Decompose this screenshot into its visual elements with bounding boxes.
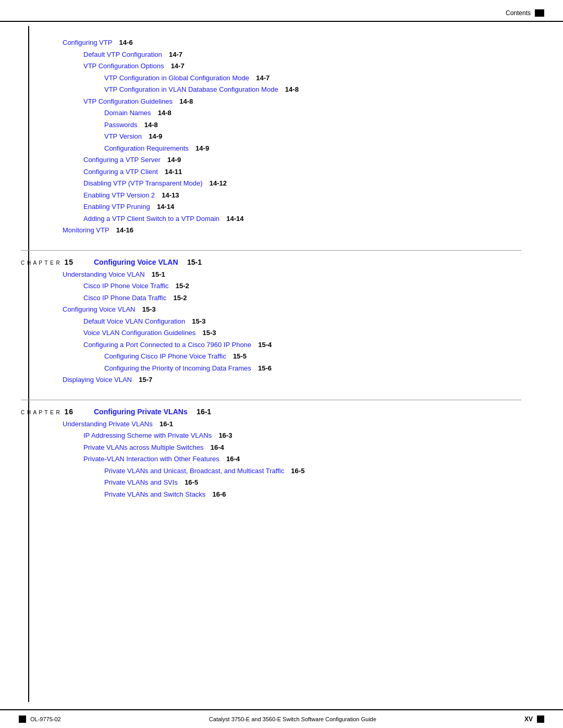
list-item: Displaying Voice VLAN 15-7	[63, 375, 521, 385]
footer-rule-block-right	[537, 715, 544, 723]
list-item: Disabling VTP (VTP Transparent Mode) 14-…	[83, 178, 521, 189]
toc-link[interactable]: Passwords	[104, 120, 138, 130]
toc-link[interactable]: Private VLANs and Unicast, Broadcast, an…	[104, 466, 284, 476]
footer-left: OL-9775-02	[19, 715, 61, 723]
footer-guide-title: Catalyst 3750-E and 3560-E Switch Softwa…	[209, 716, 376, 722]
toc-link[interactable]: Cisco IP Phone Data Traffic	[83, 293, 166, 303]
toc-link[interactable]: Default VTP Configuration	[83, 50, 162, 60]
chapter-15-label: C H A P T E R 15	[21, 257, 83, 266]
list-item: Configuring Voice VLAN 15-3	[63, 304, 521, 315]
list-item: Understanding Voice VLAN 15-1	[63, 269, 521, 280]
list-item: VTP Configuration Guidelines 14-8	[83, 96, 521, 107]
list-item: Cisco IP Phone Voice Traffic 15-2	[83, 281, 521, 291]
chapter-16-title-link[interactable]: Configuring Private VLANs	[94, 408, 188, 416]
header-rule-block	[535, 9, 544, 17]
toc-link[interactable]: Monitoring VTP	[63, 225, 109, 236]
toc-link[interactable]: Private VLANs across Multiple Switches	[83, 442, 203, 453]
header-title: Contents	[506, 9, 531, 17]
toc-link[interactable]: Enabling VTP Version 2	[83, 190, 155, 201]
toc-link[interactable]: Configuring Cisco IP Phone Voice Traffic	[104, 351, 226, 362]
section-14-entries: Configuring VTP 14-6 Default VTP Configu…	[42, 38, 521, 236]
toc-link[interactable]: Enabling VTP Pruning	[83, 202, 150, 212]
chapter-15-entries: Understanding Voice VLAN 15-1 Cisco IP P…	[42, 269, 521, 385]
chapter-16-page: 16-1	[192, 408, 211, 416]
toc-link[interactable]: Configuring the Priority of Incoming Dat…	[104, 363, 251, 374]
list-item: Cisco IP Phone Data Traffic 15-2	[83, 293, 521, 303]
toc-link[interactable]: Understanding Voice VLAN	[63, 269, 145, 280]
footer-doc-num: OL-9775-02	[30, 716, 61, 722]
toc-link[interactable]: Private-VLAN Interaction with Other Feat…	[83, 454, 219, 464]
chapter-16-section: C H A P T E R 16 Configuring Private VLA…	[21, 400, 521, 416]
list-item: Default VTP Configuration 14-7	[83, 50, 521, 60]
list-item: Domain Names 14-8	[104, 108, 521, 118]
list-item: Adding a VTP Client Switch to a VTP Doma…	[83, 214, 521, 224]
list-item: Default Voice VLAN Configuration 15-3	[83, 316, 521, 327]
list-item: Enabling VTP Pruning 14-14	[83, 202, 521, 212]
toc-link[interactable]: VTP Configuration in Global Configuratio…	[104, 73, 249, 83]
toc-content: Configuring VTP 14-6 Default VTP Configu…	[0, 22, 563, 542]
page-container: Contents Configuring VTP 14-6 Default VT…	[0, 0, 563, 728]
toc-link[interactable]: Disabling VTP (VTP Transparent Mode)	[83, 178, 203, 189]
toc-link[interactable]: Configuring a Port Connected to a Cisco …	[83, 340, 251, 350]
list-item: Private VLANs and Switch Stacks 16-6	[104, 489, 521, 500]
chapter-15-title-link[interactable]: Configuring Voice VLAN	[94, 258, 178, 266]
toc-link[interactable]: VTP Configuration Guidelines	[83, 96, 173, 107]
toc-link[interactable]: Private VLANs and Switch Stacks	[104, 489, 205, 500]
list-item: Private VLANs and SVIs 16-5	[104, 477, 521, 488]
list-item: Understanding Private VLANs 16-1	[63, 419, 521, 429]
list-item: IP Addressing Scheme with Private VLANs …	[83, 430, 521, 441]
list-item: Enabling VTP Version 2 14-13	[83, 190, 521, 201]
toc-link[interactable]: VTP Configuration in VLAN Database Confi…	[104, 84, 278, 95]
chapter-16-label: C H A P T E R 16	[21, 406, 83, 416]
list-item: VTP Version 14-9	[104, 131, 521, 142]
toc-link[interactable]: VTP Configuration Options	[83, 61, 164, 71]
list-item: Configuration Requirements 14-9	[104, 143, 521, 154]
list-item: Configuring a VTP Client 14-11	[83, 167, 521, 177]
list-item: Private-VLAN Interaction with Other Feat…	[83, 454, 521, 464]
list-item: Configuring Cisco IP Phone Voice Traffic…	[104, 351, 521, 362]
list-item: Monitoring VTP 14-16	[63, 225, 521, 236]
left-border-rule	[28, 26, 29, 702]
list-item: Private VLANs and Unicast, Broadcast, an…	[104, 466, 521, 476]
toc-link[interactable]: Displaying Voice VLAN	[63, 375, 132, 385]
toc-link[interactable]: Adding a VTP Client Switch to a VTP Doma…	[83, 214, 219, 224]
list-item: VTP Configuration in Global Configuratio…	[104, 73, 521, 83]
page-header: Contents	[0, 0, 563, 22]
footer-page-num: XV	[524, 715, 533, 723]
chapter-15-section: C H A P T E R 15 Configuring Voice VLAN …	[21, 250, 521, 266]
list-item: Configuring the Priority of Incoming Dat…	[104, 363, 521, 374]
toc-link[interactable]: Default Voice VLAN Configuration	[83, 316, 185, 327]
toc-link[interactable]: Configuring a VTP Client	[83, 167, 158, 177]
chapter-16-entries: Understanding Private VLANs 16-1 IP Addr…	[42, 419, 521, 500]
footer-right: XV	[524, 715, 544, 723]
toc-link[interactable]: Configuring Voice VLAN	[63, 304, 135, 315]
list-item: Private VLANs across Multiple Switches 1…	[83, 442, 521, 453]
toc-link[interactable]: Understanding Private VLANs	[63, 419, 153, 429]
footer-rule-block-left	[19, 715, 26, 723]
toc-link[interactable]: Configuring VTP	[63, 38, 112, 48]
list-item: Configuring a VTP Server 14-9	[83, 155, 521, 165]
list-item: Passwords 14-8	[104, 120, 521, 130]
toc-link[interactable]: IP Addressing Scheme with Private VLANs	[83, 430, 212, 441]
chapter-15-page: 15-1	[183, 258, 202, 266]
list-item: VTP Configuration Options 14-7	[83, 61, 521, 71]
list-item: VTP Configuration in VLAN Database Confi…	[104, 84, 521, 95]
toc-link[interactable]: Configuration Requirements	[104, 143, 189, 154]
list-item: Configuring VTP 14-6	[63, 38, 521, 48]
list-item: Voice VLAN Configuration Guidelines 15-3	[83, 328, 521, 338]
toc-link[interactable]: Private VLANs and SVIs	[104, 477, 178, 488]
list-item: Configuring a Port Connected to a Cisco …	[83, 340, 521, 350]
toc-link[interactable]: Domain Names	[104, 108, 151, 118]
toc-link[interactable]: VTP Version	[104, 131, 142, 142]
toc-link[interactable]: Cisco IP Phone Voice Traffic	[83, 281, 169, 291]
toc-link[interactable]: Configuring a VTP Server	[83, 155, 161, 165]
page-footer: OL-9775-02 Catalyst 3750-E and 3560-E Sw…	[0, 709, 563, 728]
toc-link[interactable]: Voice VLAN Configuration Guidelines	[83, 328, 195, 338]
